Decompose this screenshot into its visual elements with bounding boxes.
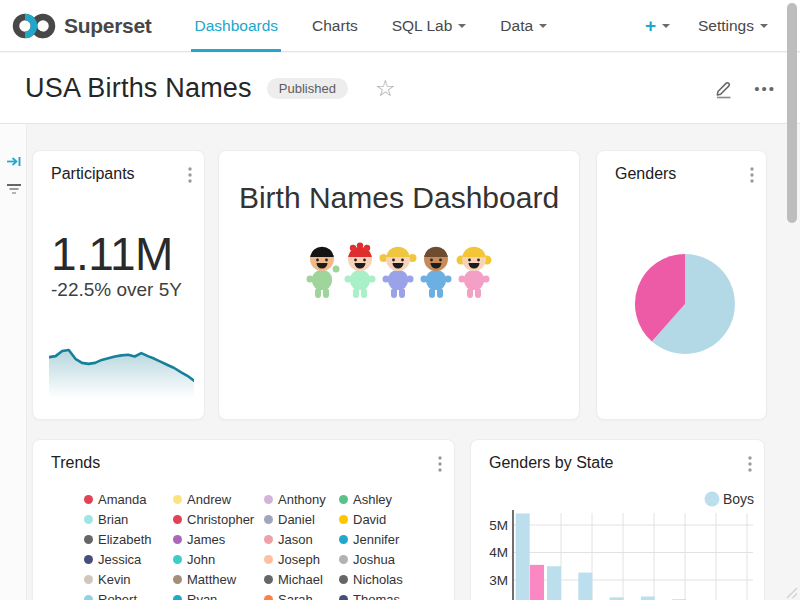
legend-label: David: [353, 512, 386, 527]
legend-color-dot: [173, 595, 182, 600]
bar-girls: [530, 565, 544, 600]
genders-pie-chart[interactable]: [597, 151, 768, 419]
legend-item[interactable]: Jason: [264, 529, 339, 549]
legend-label: Ryan: [187, 592, 217, 600]
legend-item[interactable]: Andrew: [173, 489, 264, 509]
legend-color-dot: [264, 555, 273, 564]
more-menu-icon[interactable]: •••: [754, 80, 776, 97]
chart-title: Genders: [615, 165, 676, 183]
svg-text:Boys: Boys: [723, 491, 754, 507]
children-illustration: [304, 241, 494, 303]
bar-boys: [547, 566, 561, 600]
legend-color-dot: [339, 595, 348, 600]
legend-item[interactable]: Sarah: [264, 589, 339, 600]
legend-item[interactable]: Joseph: [264, 549, 339, 569]
new-item-button[interactable]: +: [639, 15, 676, 37]
chevron-down-icon: [539, 24, 547, 28]
nav-item-charts[interactable]: Charts: [295, 0, 375, 52]
brand-name: Superset: [64, 14, 151, 38]
legend-color-dot: [264, 595, 273, 600]
nav-right-section: + Settings: [639, 15, 800, 37]
legend-color-dot: [84, 515, 93, 524]
legend-item[interactable]: Brian: [84, 509, 173, 529]
dashboard-header: USA Births Names Published ☆ •••: [0, 53, 800, 124]
legend-label: Ashley: [353, 492, 392, 507]
settings-menu[interactable]: Settings: [692, 17, 774, 35]
nav-item-data[interactable]: Data: [483, 0, 564, 52]
legend-label: Amanda: [98, 492, 146, 507]
edit-pencil-icon[interactable]: [713, 78, 734, 99]
legend-item[interactable]: Ashley: [339, 489, 403, 509]
chart-title: Participants: [51, 165, 135, 183]
chart-title: Genders by State: [489, 454, 614, 472]
legend-label: Sarah: [278, 592, 313, 600]
bar-boys: [641, 597, 655, 600]
legend-label: Jennifer: [353, 532, 399, 547]
nav-item-dashboards[interactable]: Dashboards: [177, 0, 295, 52]
nav-menu: Dashboards Charts SQL Lab Data: [177, 0, 564, 52]
legend-label: Nicholas: [353, 572, 403, 587]
legend-item[interactable]: Jessica: [84, 549, 173, 569]
favorite-star-icon[interactable]: ☆: [375, 77, 396, 100]
legend-item[interactable]: Matthew: [173, 569, 264, 589]
kebab-menu-icon[interactable]: [748, 456, 752, 472]
legend-item[interactable]: James: [173, 529, 264, 549]
legend-color-dot: [339, 495, 348, 504]
published-badge[interactable]: Published: [267, 78, 348, 99]
kebab-menu-icon[interactable]: [188, 167, 192, 183]
legend-item[interactable]: Thomas: [339, 589, 403, 600]
legend-color-dot: [339, 515, 348, 524]
chevron-down-icon: [458, 24, 466, 28]
kebab-menu-icon[interactable]: [750, 167, 754, 183]
legend-item[interactable]: Jennifer: [339, 529, 403, 549]
legend-item[interactable]: Robert: [84, 589, 173, 600]
legend-color-dot: [173, 555, 182, 564]
expand-filter-bar-icon[interactable]: [6, 154, 22, 169]
legend-item[interactable]: Kevin: [84, 569, 173, 589]
participants-card: Participants 1.11M -22.5% over 5Y: [32, 150, 205, 420]
legend-item[interactable]: Ryan: [173, 589, 264, 600]
vertical-scrollbar[interactable]: [787, 3, 797, 223]
legend-color-dot: [339, 555, 348, 564]
bar-boys: [578, 573, 592, 600]
legend-item[interactable]: Anthony: [264, 489, 339, 509]
legend-item[interactable]: Elizabeth: [84, 529, 173, 549]
svg-text:4M: 4M: [489, 545, 508, 560]
chart-title: Trends: [51, 454, 100, 472]
legend-color-dot: [264, 495, 273, 504]
legend-color-dot: [705, 492, 720, 507]
dashboard-heading: Birth Names Dashboard: [219, 181, 579, 215]
page-title: USA Births Names: [25, 73, 252, 104]
legend-color-dot: [264, 575, 273, 584]
legend-label: Michael: [278, 572, 323, 587]
chevron-down-icon: [760, 24, 768, 28]
legend-item[interactable]: Joshua: [339, 549, 403, 569]
legend-item[interactable]: Christopher: [173, 509, 264, 529]
svg-text:3M: 3M: [489, 573, 508, 588]
legend-color-dot: [264, 515, 273, 524]
legend-item[interactable]: John: [173, 549, 264, 569]
legend-item[interactable]: Nicholas: [339, 569, 403, 589]
legend-item[interactable]: Michael: [264, 569, 339, 589]
superset-logo[interactable]: Superset: [12, 11, 151, 41]
filter-funnel-icon[interactable]: [6, 182, 22, 196]
legend-color-dot: [84, 595, 93, 600]
legend-label: Jason: [278, 532, 313, 547]
legend-color-dot: [264, 535, 273, 544]
big-number-subheader: -22.5% over 5Y: [51, 279, 182, 301]
legend-color-dot: [84, 535, 93, 544]
legend-label: Brian: [98, 512, 128, 527]
legend-label: Matthew: [187, 572, 236, 587]
top-navbar: Superset Dashboards Charts SQL Lab Data …: [0, 0, 800, 52]
legend-label: Jessica: [98, 552, 141, 567]
resize-handle-icon[interactable]: [784, 585, 798, 599]
legend-label: John: [187, 552, 215, 567]
svg-text:5M: 5M: [489, 518, 508, 533]
legend-item[interactable]: Amanda: [84, 489, 173, 509]
legend-item[interactable]: David: [339, 509, 403, 529]
legend-item[interactable]: Daniel: [264, 509, 339, 529]
kebab-menu-icon[interactable]: [438, 456, 442, 472]
nav-item-sql-lab[interactable]: SQL Lab: [375, 0, 484, 52]
participants-sparkline-chart[interactable]: [49, 344, 194, 398]
legend-label: Anthony: [278, 492, 326, 507]
